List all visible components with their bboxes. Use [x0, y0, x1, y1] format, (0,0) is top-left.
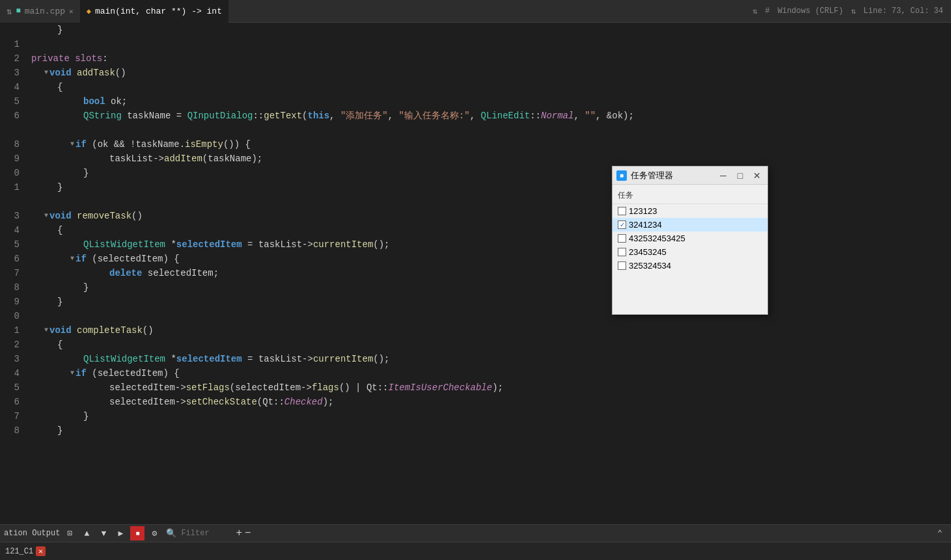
tab-fn-icon: ◆ [87, 7, 91, 16]
status-file-name: 121_C1 [5, 547, 33, 556]
status-close-button[interactable]: ✕ [36, 546, 46, 556]
output-search-icon: 🔍 [164, 526, 178, 540]
tab-main-cpp[interactable]: ⇅ ■ main.cpp ✕ [0, 0, 80, 23]
item2-label: 3241234 [629, 220, 662, 230]
tab-bar-right: ⇅ # Windows (CRLF) ⇅ Line: 73, Col: 34 [752, 7, 951, 16]
dialog-titlebar: ■ 任务管理器 ─ □ ✕ [613, 167, 767, 185]
line-numbers: 1 2 3 4 5 6 8 9 0 1 3 4 5 6 7 8 9 0 1 2 … [0, 23, 26, 524]
item5-checkbox[interactable] [618, 261, 626, 270]
fold-arrow[interactable]: ▼ [44, 323, 48, 338]
status-bar: 121_C1 ✕ [0, 542, 951, 560]
item5-label: 325324534 [629, 261, 671, 271]
code-line: } [31, 23, 951, 37]
code-line: } [31, 180, 951, 194]
item4-checkbox[interactable] [618, 248, 626, 256]
code-line: QString taskName = QInputDialog::getText… [31, 109, 951, 123]
dialog-title-text: 任务管理器 [631, 170, 713, 181]
dialog-maximize-button[interactable]: □ [734, 169, 747, 182]
tab-sort-icon: ⇅ [7, 6, 12, 17]
code-line [31, 309, 951, 323]
line-col-label: Line: 73, Col: 34 [864, 7, 943, 16]
code-line [31, 194, 951, 209]
output-add-button[interactable]: + [236, 527, 242, 539]
dialog-list-item[interactable]: 432532453425 [613, 232, 767, 245]
editor-container: 1 2 3 4 5 6 8 9 0 1 3 4 5 6 7 8 9 0 1 2 … [0, 23, 951, 524]
code-line: ▼ void addTask() [31, 66, 951, 80]
tab-main-cpp-label: main.cpp [25, 7, 65, 16]
fold-arrow[interactable]: ▼ [70, 252, 74, 266]
bottom-bar: ation Output ⊡ ▲ ▼ ▶ ■ ⚙ 🔍 + − ⌃ [0, 524, 951, 542]
status-file-label[interactable]: 121_C1 ✕ [5, 546, 46, 556]
item1-label: 123123 [629, 206, 657, 216]
output-collapse-button[interactable]: ⌃ [933, 526, 947, 540]
tab-cpp-icon: ■ [16, 7, 20, 16]
code-line: ▼ if (selectedItem) { [31, 366, 951, 380]
item3-label: 432532453425 [629, 233, 685, 243]
code-line: } [31, 166, 951, 180]
code-line: { [31, 338, 951, 352]
code-line: QListWidgetItem *selectedItem = taskList… [31, 237, 951, 252]
output-settings-button[interactable]: ⚙ [147, 526, 161, 540]
filter-input[interactable] [181, 529, 233, 538]
code-area[interactable]: } private slots: ▼ void addTask() { bool… [26, 23, 951, 524]
dialog-list-header: 任务 [613, 187, 767, 204]
code-line: } [31, 409, 951, 423]
item1-checkbox[interactable] [618, 207, 626, 215]
fold-arrow[interactable]: ▼ [44, 66, 48, 80]
output-copy-button[interactable]: ⊡ [62, 526, 77, 540]
code-line: taskList->addItem(taskName); [31, 152, 951, 166]
output-stop-button[interactable]: ■ [130, 526, 145, 540]
tab-main-int-label: main(int, char **) -> int [95, 7, 222, 16]
item2-checkbox[interactable]: ✓ [618, 220, 626, 229]
tab-main-int[interactable]: ◆ main(int, char **) -> int [80, 0, 228, 23]
task-manager-dialog: ■ 任务管理器 ─ □ ✕ 任务 123123 ✓ 3241234 432532… [612, 166, 768, 315]
code-line: { [31, 223, 951, 237]
code-line: ▼ void removeTask() [31, 209, 951, 223]
dialog-empty-area [613, 273, 767, 312]
output-up-button[interactable]: ▲ [79, 526, 94, 540]
dialog-list-item[interactable]: 325324534 [613, 259, 767, 273]
code-line: { [31, 80, 951, 94]
fold-arrow[interactable]: ▼ [70, 366, 74, 380]
code-line [31, 123, 951, 137]
output-run-button[interactable]: ▶ [113, 526, 128, 540]
code-line: ▼ if (ok && !taskName.isEmpty()) { [31, 137, 951, 152]
code-line: QListWidgetItem *selectedItem = taskList… [31, 352, 951, 366]
code-line: selectedItem->setCheckState(Qt::Checked)… [31, 395, 951, 409]
dialog-title-icon: ■ [616, 170, 627, 181]
fold-arrow[interactable]: ▼ [44, 209, 48, 223]
code-line: } [31, 423, 951, 438]
output-label: ation Output [4, 529, 60, 538]
code-line: private slots: [31, 51, 951, 66]
item3-checkbox[interactable] [618, 234, 626, 243]
code-line: selectedItem->setFlags(selectedItem->fla… [31, 380, 951, 395]
dialog-list-item-selected[interactable]: ✓ 3241234 [613, 218, 767, 232]
code-line: } [31, 295, 951, 309]
dialog-list-item[interactable]: 123123 [613, 204, 767, 218]
tab-main-cpp-close[interactable]: ✕ [69, 7, 74, 16]
encoding-arrows: ⇅ [851, 7, 855, 16]
item4-label: 23453245 [629, 247, 667, 257]
fold-arrow[interactable]: ▼ [70, 137, 74, 152]
code-line: delete selectedItem; [31, 266, 951, 280]
code-line: bool ok; [31, 94, 951, 109]
code-line: ▼ void completeTask() [31, 323, 951, 338]
dialog-close-button[interactable]: ✕ [751, 169, 764, 182]
hash-symbol: # [765, 7, 769, 16]
code-line: ▼ if (selectedItem) { [31, 252, 951, 266]
dialog-minimize-button[interactable]: ─ [717, 169, 730, 182]
output-down-button[interactable]: ▼ [96, 526, 111, 540]
code-line: } [31, 280, 951, 295]
output-remove-button[interactable]: − [245, 527, 251, 539]
tab-arrows-right: ⇅ [752, 7, 757, 16]
code-line [31, 37, 951, 51]
dialog-list-item[interactable]: 23453245 [613, 245, 767, 259]
dialog-content: 任务 123123 ✓ 3241234 432532453425 2345324… [613, 185, 767, 314]
tab-bar: ⇅ ■ main.cpp ✕ ◆ main(int, char **) -> i… [0, 0, 951, 23]
encoding-label: Windows (CRLF) [778, 7, 844, 16]
